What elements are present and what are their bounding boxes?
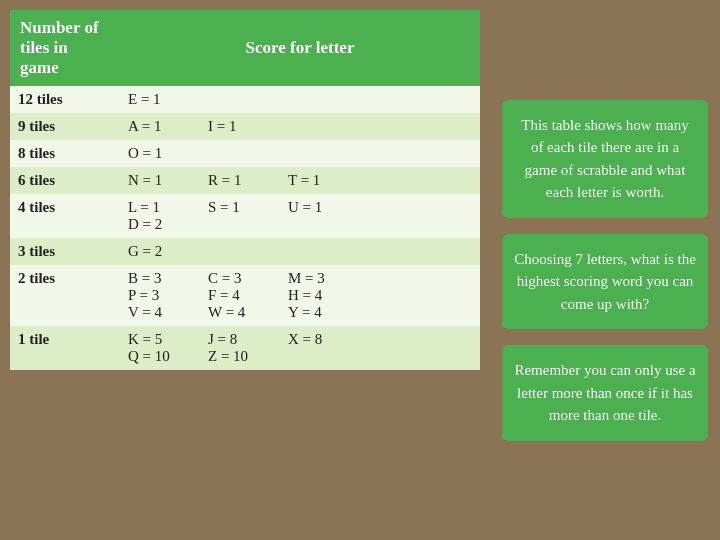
tiles-cell: 9 tiles <box>10 113 120 140</box>
score-entry <box>288 216 368 233</box>
score-entry: Q = 10 <box>128 348 208 365</box>
score-entry: E = 1 <box>128 91 208 108</box>
scores-cell: N = 1R = 1T = 1 <box>120 167 480 194</box>
info-box-1: This table shows how many of each tile t… <box>502 100 708 218</box>
score-entry: A = 1 <box>128 118 208 135</box>
score-entry: O = 1 <box>128 145 208 162</box>
score-entry: N = 1 <box>128 172 208 189</box>
scores-cell: L = 1S = 1U = 1D = 2 <box>120 194 480 238</box>
score-entry: F = 4 <box>208 287 288 304</box>
score-entry: B = 3 <box>128 270 208 287</box>
score-entry: C = 3 <box>208 270 288 287</box>
table-row: 8 tilesO = 1 <box>10 140 480 167</box>
col-scores-header: Score for letter <box>120 10 480 86</box>
score-entry: V = 4 <box>128 304 208 321</box>
table-row: 6 tilesN = 1R = 1T = 1 <box>10 167 480 194</box>
score-entry <box>288 348 368 365</box>
score-entry: T = 1 <box>288 172 368 189</box>
tiles-cell: 12 tiles <box>10 86 120 113</box>
left-panel: Number of tiles in game Score for letter… <box>0 0 490 540</box>
score-entry: D = 2 <box>128 216 208 233</box>
table-row: 9 tilesA = 1I = 1 <box>10 113 480 140</box>
score-entry: K = 5 <box>128 331 208 348</box>
scores-cell: G = 2 <box>120 238 480 265</box>
scrabble-table: Number of tiles in game Score for letter… <box>10 10 480 370</box>
info-box-2: Choosing 7 letters, what is the highest … <box>502 234 708 330</box>
score-entry: J = 8 <box>208 331 288 348</box>
score-entry: I = 1 <box>208 118 288 135</box>
tiles-cell: 8 tiles <box>10 140 120 167</box>
table-row: 3 tilesG = 2 <box>10 238 480 265</box>
score-entry: P = 3 <box>128 287 208 304</box>
score-entry: Z = 10 <box>208 348 288 365</box>
score-entry <box>208 216 288 233</box>
table-row: 1 tileK = 5J = 8X = 8Q = 10Z = 10 <box>10 326 480 370</box>
score-entry: L = 1 <box>128 199 208 216</box>
tiles-cell: 6 tiles <box>10 167 120 194</box>
right-panel: This table shows how many of each tile t… <box>490 0 720 540</box>
scores-cell: B = 3C = 3M = 3P = 3F = 4H = 4V = 4W = 4… <box>120 265 480 326</box>
scores-cell: O = 1 <box>120 140 480 167</box>
tiles-cell: 4 tiles <box>10 194 120 238</box>
scores-cell: E = 1 <box>120 86 480 113</box>
scores-cell: K = 5J = 8X = 8Q = 10Z = 10 <box>120 326 480 370</box>
score-entry: H = 4 <box>288 287 368 304</box>
score-entry: W = 4 <box>208 304 288 321</box>
table-row: 4 tilesL = 1S = 1U = 1D = 2 <box>10 194 480 238</box>
scores-cell: A = 1I = 1 <box>120 113 480 140</box>
tiles-cell: 1 tile <box>10 326 120 370</box>
table-row: 12 tilesE = 1 <box>10 86 480 113</box>
score-entry: S = 1 <box>208 199 288 216</box>
col-tiles-header: Number of tiles in game <box>10 10 120 86</box>
tiles-cell: 3 tiles <box>10 238 120 265</box>
score-entry: G = 2 <box>128 243 208 260</box>
score-entry: M = 3 <box>288 270 368 287</box>
score-entry: Y = 4 <box>288 304 368 321</box>
info-box-3: Remember you can only use a letter more … <box>502 345 708 441</box>
score-entry: X = 8 <box>288 331 368 348</box>
tiles-cell: 2 tiles <box>10 265 120 326</box>
table-row: 2 tilesB = 3C = 3M = 3P = 3F = 4H = 4V =… <box>10 265 480 326</box>
score-entry: R = 1 <box>208 172 288 189</box>
score-entry: U = 1 <box>288 199 368 216</box>
